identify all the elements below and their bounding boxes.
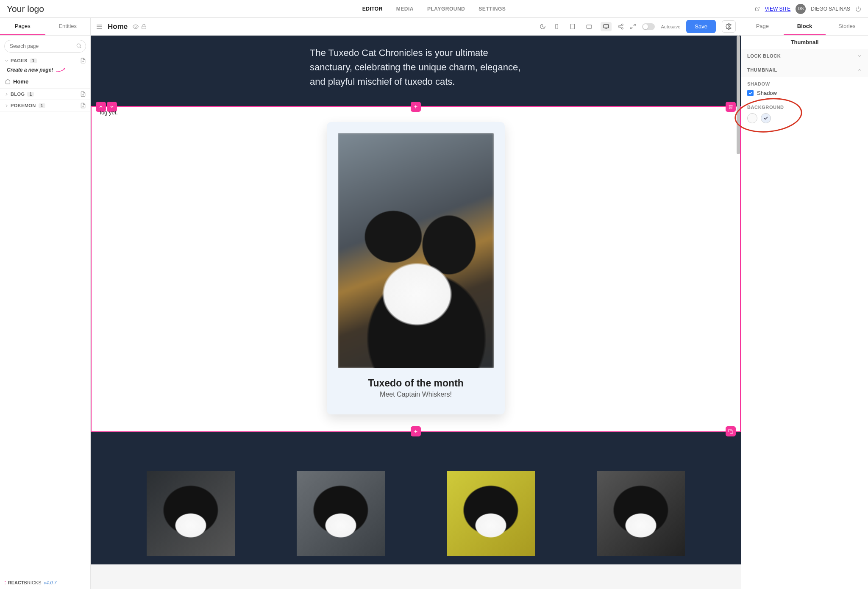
device-desktop-icon[interactable] bbox=[601, 22, 612, 31]
nav-media[interactable]: MEDIA bbox=[396, 6, 414, 12]
tree-head-pokemon[interactable]: POKEMON 1 bbox=[0, 100, 90, 111]
top-right: VIEW SITE DS DIEGO SALINAS bbox=[755, 4, 861, 14]
tree-label-pages: PAGES bbox=[11, 58, 28, 63]
gear-icon[interactable] bbox=[722, 20, 736, 33]
moon-icon[interactable] bbox=[540, 23, 546, 30]
hero-block[interactable]: The Tuxedo Cat Chronicles is your ultima… bbox=[91, 36, 741, 106]
center-column: Home bbox=[91, 18, 741, 589]
add-block-above-button[interactable] bbox=[411, 102, 421, 112]
nav-settings[interactable]: SETTINGS bbox=[479, 6, 506, 12]
toolbar-right: Autosave Save bbox=[540, 20, 736, 33]
search-icon bbox=[76, 43, 82, 49]
prop-group-shadow: SHADOW Shadow bbox=[741, 77, 868, 100]
tab-page[interactable]: Page bbox=[741, 18, 784, 35]
svg-point-2 bbox=[77, 44, 80, 47]
block-type-label: Thumbnail bbox=[741, 36, 868, 49]
svg-line-27 bbox=[631, 27, 632, 29]
checkbox-checked-icon[interactable] bbox=[747, 90, 754, 96]
blog-count: 1 bbox=[27, 92, 34, 97]
chevron-up-icon bbox=[857, 67, 862, 72]
create-page-hint[interactable]: Create a new page! bbox=[0, 66, 90, 75]
add-block-below-button[interactable] bbox=[411, 426, 421, 436]
right-tabs: Page Block Stories bbox=[741, 18, 868, 36]
footer-version: :: REACTBRICKS v4.0.7 bbox=[4, 580, 57, 586]
nav-editor[interactable]: EDITOR bbox=[362, 6, 383, 12]
tree-group-pokemon: POKEMON 1 bbox=[0, 100, 90, 111]
thumbnail-card[interactable]: Tuxedo of the month Meet Captain Whisker… bbox=[327, 122, 505, 414]
save-button[interactable]: Save bbox=[686, 20, 716, 33]
topbar: Your logo EDITOR MEDIA PLAYGROUND SETTIN… bbox=[0, 0, 868, 18]
thumbnail-subtitle[interactable]: Meet Captain Whiskers! bbox=[338, 391, 494, 398]
shadow-label: Shadow bbox=[757, 90, 777, 96]
svg-point-13 bbox=[135, 26, 136, 28]
duplicate-block-button[interactable] bbox=[726, 426, 736, 436]
power-icon[interactable] bbox=[855, 6, 861, 12]
thumbnail-title[interactable]: Tuxedo of the month bbox=[338, 378, 494, 389]
svg-line-26 bbox=[634, 24, 635, 26]
gallery-image-1[interactable] bbox=[147, 471, 235, 556]
scrollbar[interactable] bbox=[737, 36, 740, 589]
thumbnail-block[interactable]: log yet. Tuxedo of the month Meet Captai… bbox=[91, 106, 741, 432]
tree-label-pokemon: POKEMON bbox=[11, 103, 36, 108]
chevron-right-icon bbox=[4, 92, 9, 97]
accordion-lock-label: LOCK BLOCK bbox=[747, 53, 781, 58]
thumbnail-image[interactable] bbox=[338, 133, 494, 368]
gallery-image-3[interactable] bbox=[447, 471, 535, 556]
noblog-text: log yet. bbox=[100, 109, 118, 116]
tree-head-pages[interactable]: PAGES 1 bbox=[0, 55, 90, 66]
bg-option-light[interactable] bbox=[761, 113, 771, 123]
left-panel: Pages Entities PAGES 1 bbox=[0, 18, 91, 589]
svg-rect-14 bbox=[142, 26, 146, 28]
svg-rect-16 bbox=[571, 24, 575, 29]
tree-label-blog: BLOG bbox=[11, 92, 25, 97]
add-blog-icon[interactable] bbox=[80, 91, 86, 97]
shadow-checkbox-row[interactable]: Shadow bbox=[747, 90, 862, 96]
external-link-icon bbox=[755, 6, 760, 11]
tab-block[interactable]: Block bbox=[784, 18, 826, 35]
expand-icon[interactable] bbox=[630, 23, 636, 30]
svg-line-0 bbox=[757, 7, 760, 9]
gallery-block[interactable] bbox=[91, 432, 741, 564]
canvas-scroll[interactable]: The Tuxedo Cat Chronicles is your ultima… bbox=[91, 36, 741, 589]
gallery-image-2[interactable] bbox=[297, 471, 385, 556]
eye-icon[interactable] bbox=[133, 24, 139, 30]
canvas: The Tuxedo Cat Chronicles is your ultima… bbox=[91, 36, 741, 564]
main-shell: Pages Entities PAGES 1 bbox=[0, 18, 868, 589]
view-site-link[interactable]: VIEW SITE bbox=[765, 6, 791, 12]
svg-point-28 bbox=[728, 26, 730, 28]
device-phone-icon[interactable] bbox=[552, 22, 562, 31]
hero-text[interactable]: The Tuxedo Cat Chronicles is your ultima… bbox=[310, 46, 522, 89]
share-icon[interactable] bbox=[618, 23, 624, 30]
avatar[interactable]: DS bbox=[796, 4, 806, 14]
prop-group-background: BACKGROUND bbox=[741, 100, 868, 128]
tree-item-home[interactable]: Home bbox=[0, 75, 90, 88]
tab-stories[interactable]: Stories bbox=[826, 18, 868, 35]
tree-head-blog[interactable]: BLOG 1 bbox=[0, 89, 90, 100]
add-page-icon[interactable] bbox=[80, 58, 86, 64]
accordion-lock[interactable]: LOCK BLOCK bbox=[741, 49, 868, 63]
svg-rect-18 bbox=[604, 24, 609, 28]
add-pokemon-icon[interactable] bbox=[80, 103, 86, 108]
footer-brand1: REACT bbox=[8, 580, 24, 585]
menu-icon[interactable] bbox=[96, 23, 103, 30]
search-input[interactable] bbox=[4, 40, 86, 53]
top-nav: EDITOR MEDIA PLAYGROUND SETTINGS bbox=[362, 6, 506, 12]
accordion-thumbnail[interactable]: THUMBNAIL bbox=[741, 63, 868, 77]
tab-pages[interactable]: Pages bbox=[0, 18, 45, 35]
gallery-image-4[interactable] bbox=[597, 471, 685, 556]
bg-option-white[interactable] bbox=[747, 113, 757, 123]
chevron-down-icon bbox=[4, 58, 9, 63]
tab-entities[interactable]: Entities bbox=[45, 18, 91, 35]
nav-playground[interactable]: PLAYGROUND bbox=[427, 6, 465, 12]
device-tablet-icon[interactable] bbox=[568, 22, 578, 31]
svg-rect-33 bbox=[730, 431, 733, 434]
home-icon bbox=[5, 79, 11, 84]
background-group-label: BACKGROUND bbox=[747, 105, 862, 110]
lock-icon[interactable] bbox=[141, 24, 147, 30]
delete-block-button[interactable] bbox=[726, 102, 736, 112]
search-wrap bbox=[4, 40, 86, 53]
autosave-toggle[interactable] bbox=[642, 23, 655, 30]
right-panel: Page Block Stories Thumbnail LOCK BLOCK … bbox=[741, 18, 868, 589]
svg-line-25 bbox=[620, 25, 622, 26]
device-tablet-landscape-icon[interactable] bbox=[584, 22, 595, 31]
